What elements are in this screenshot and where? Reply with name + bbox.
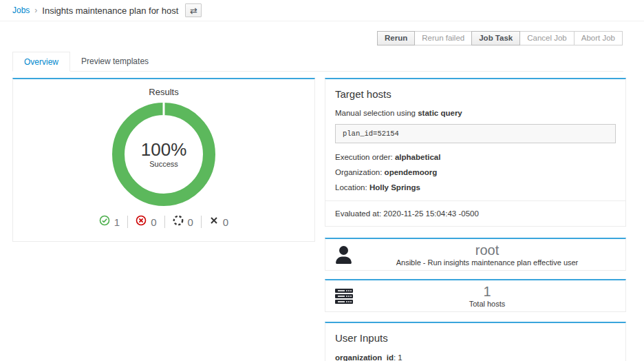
cancelled-x-icon [209,216,219,228]
donut-percent-value: 100% [141,141,187,159]
legend-item-success: 1 [92,216,128,228]
tab-preview-templates[interactable]: Preview templates [70,52,160,72]
breadcrumb-jobs-link[interactable]: Jobs [12,6,30,15]
legend-item-cancelled: 0 [202,216,236,228]
input-row-organization-id: organization_id: 1 [335,353,616,361]
legend-pending-count: 0 [188,216,193,228]
location-label: Location: [335,183,367,192]
user-inputs-title: User Inputs [335,332,616,344]
rerun-button[interactable]: Rerun [377,31,415,45]
results-donut-chart: 100% Success [112,103,215,206]
tab-overview[interactable]: Overview [12,52,70,72]
target-hosts-title: Target hosts [335,88,616,100]
input-value: : 1 [394,353,402,361]
execution-order-value: alphabetical [395,153,440,161]
donut-center-label: Success [149,160,178,168]
results-legend: 1 0 0 0 [13,216,314,228]
legend-item-failed: 0 [128,216,164,228]
total-hosts-label: Total hosts [358,300,616,308]
page-title: Insights maintenance plan for host [42,6,178,16]
organization-label: Organization: [335,168,382,176]
total-hosts-card: 1 Total hosts [325,279,626,312]
input-key: organization_id [335,353,394,361]
legend-success-count: 1 [114,216,120,228]
execution-order-row: Execution order: alphabetical [335,153,616,161]
server-icon [335,288,358,305]
user-inputs-card: User Inputs organization_id: 1 plan_id: … [325,322,626,361]
search-query-box: plan_id=52154 [335,124,616,143]
rerun-failed-button: Rerun failed [414,31,472,45]
donut-segment-gap [163,103,165,115]
location-value: Holly Springs [369,183,420,192]
selection-mode-value: static query [418,109,462,117]
success-circle-check-icon [99,215,110,229]
tab-bar: Overview Preview templates [12,52,623,72]
organization-row: Organization: opendemoorg [335,168,616,176]
exchange-arrows-icon: ⇄ [190,6,197,16]
evaluated-at-footer: Evaluated at: 2020-11-25 15:04:43 -0500 [325,200,625,226]
effective-user-description: Ansible - Run insights maintenance plan … [358,258,616,267]
breadcrumb: Jobs › Insights maintenance plan for hos… [0,0,644,21]
job-switcher-button[interactable]: ⇄ [185,3,202,17]
total-hosts-value: 1 [358,284,616,300]
pending-dashed-circle-icon [173,215,184,229]
legend-cancelled-count: 0 [223,216,228,228]
location-row: Location: Holly Springs [335,183,616,192]
abort-job-button: Abort Job [574,31,623,45]
target-hosts-card: Target hosts Manual selection using stat… [325,78,626,227]
organization-value: opendemoorg [385,168,438,176]
job-task-button[interactable]: Job Task [471,31,520,45]
execution-order-label: Execution order: [335,153,393,161]
effective-user-card: root Ansible - Run insights maintenance … [325,238,626,271]
breadcrumb-separator: › [34,6,37,15]
selection-mode-line: Manual selection using static query [335,109,616,117]
failed-circle-x-icon [136,215,147,229]
results-card-title: Results [13,87,314,97]
cancel-job-button: Cancel Job [519,31,575,45]
results-card: Results 100% Success 1 0 [12,78,315,242]
job-actions-toolbar: Rerun Rerun failed Job Task Cancel Job A… [0,21,644,45]
legend-item-pending: 0 [165,216,202,228]
user-icon [335,246,358,264]
selection-prefix: Manual selection using [335,109,416,117]
legend-failed-count: 0 [151,216,156,228]
effective-user-name: root [358,243,616,258]
